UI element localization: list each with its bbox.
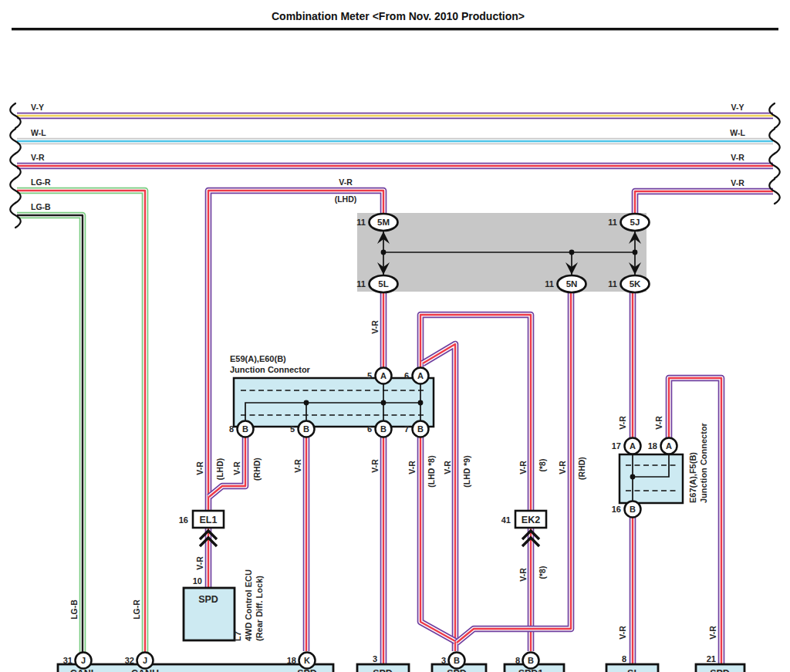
wire-label: V-R [443, 461, 452, 474]
wire-label: LG-R [31, 177, 51, 187]
pin-number: 3 [441, 656, 446, 665]
wire-label: V-R [708, 626, 717, 640]
wire-label: LG-B [31, 202, 51, 211]
terminal-label: CANL [70, 668, 97, 672]
junction-name: E67(A),F5(B) [688, 452, 697, 503]
pin-number: 21 [707, 654, 716, 664]
connector-id: 5N [566, 279, 578, 289]
component-4wd-control-ecu: 10 SPD L7 4WD Control ECU (Rear Diff. Lo… [184, 569, 264, 641]
pin-group: J [143, 656, 147, 665]
wire-variant-label: (*8) [538, 566, 547, 579]
wire-label: V-R [370, 320, 380, 334]
wire-label: V-Y [31, 103, 44, 112]
pin-group: A [380, 371, 387, 380]
terminal-label: SPD [447, 668, 467, 672]
terminal-label: SI [627, 668, 636, 672]
wiring-diagram-page: Combination Meter <From Nov. 2010 Produc… [0, 0, 790, 672]
terminal-label: CANH [131, 668, 159, 672]
pin-number: 8 [229, 424, 234, 434]
pin-group: B [454, 656, 460, 665]
pin-number: 18 [287, 656, 296, 665]
wire-variant-label: (LHD *8) [427, 455, 436, 487]
wire-label: V-R [195, 461, 204, 475]
pin-number: 6 [404, 371, 409, 380]
pin-group: A [666, 441, 672, 451]
junction-type: Junction Connector [699, 422, 708, 503]
pin-group: A [417, 371, 424, 380]
terminal-label: SPD1 [518, 668, 544, 672]
terminal-label: SPD [373, 668, 393, 672]
pin-number: 11 [608, 218, 617, 227]
pin-group: A [630, 441, 636, 451]
pin-number: 16 [612, 505, 621, 514]
pin-number: 11 [545, 279, 554, 289]
pin-number: 17 [612, 441, 621, 451]
wire-label: V-R [654, 416, 663, 430]
pin-number: 8 [515, 656, 520, 665]
connector-id: EK2 [522, 515, 540, 525]
terminal-label: SPD [198, 594, 218, 605]
pin-group: B [528, 656, 534, 665]
inline-connector-ek2: 41 EK2 [501, 511, 546, 546]
wire-v-r-a18-loop [669, 378, 721, 664]
pin-group: B [630, 505, 636, 514]
component-subname: (Rear Diff. Lock) [255, 576, 264, 641]
terminal-label: SPD [297, 668, 317, 672]
wire-label: V-R [618, 416, 627, 430]
wire-variant-label: (RHD) [252, 458, 262, 481]
wire-label: V-R [195, 556, 204, 570]
pin-number: 8 [622, 654, 626, 664]
pin-number: 11 [608, 279, 617, 289]
wire-label: V-R [731, 178, 744, 187]
wire-label: W-L [31, 128, 46, 137]
wire-v-r-5n-rhd [457, 292, 571, 643]
pin-group: B [303, 424, 309, 434]
inline-connector-el1: 16 EL1 [179, 511, 224, 546]
pin-number: 11 [356, 279, 366, 289]
pin-number: 5 [367, 371, 372, 380]
wire-variant-label: (RHD) [577, 457, 586, 480]
wire-label: V-R [31, 153, 45, 162]
diagram-canvas: Combination Meter <From Nov. 2010 Produc… [0, 0, 790, 672]
pin-number: 31 [63, 656, 73, 665]
wire-label: V-R [293, 459, 302, 473]
pin-number: 7 [404, 424, 409, 434]
connector-id: 5J [630, 218, 640, 227]
terminal-label: SPD [710, 668, 730, 672]
pin-group: B [380, 424, 387, 434]
connector-id: EL1 [200, 515, 218, 525]
pin-number: 6 [367, 424, 372, 434]
pin-number: 3 [373, 654, 377, 664]
pin-group: K [304, 656, 310, 665]
junction-name: E59(A),E60(B) [230, 354, 286, 363]
wire-label: V-R [232, 461, 241, 475]
junction-connector-e67-f5: 17 A 18 A 16 B E67(A),F5(B) Junction Con… [612, 422, 708, 517]
pin-number: 41 [501, 515, 511, 525]
pin-number: 11 [356, 218, 366, 227]
junction-type: Junction Connector [230, 365, 311, 374]
wire-variant-label: (LHD) [335, 194, 357, 204]
connector-id: 5L [378, 279, 388, 289]
wire-label: W-L [730, 128, 745, 137]
wire-lg-b [17, 215, 83, 652]
wire-label: V-R [731, 153, 744, 162]
wire-variant-label: (LHD) [215, 458, 225, 481]
header-rule [12, 28, 778, 30]
pin-number: 32 [125, 656, 134, 665]
wire-label: V-R [518, 568, 528, 582]
wire-label: V-Y [731, 103, 744, 112]
wire-label: V-R [618, 626, 627, 640]
bottom-connector-row: 31 J 32 J 18 K 3 3 B 8 B 8 21 CANL CANH … [58, 653, 744, 672]
connector-id: 5M [377, 218, 390, 227]
wire-label: V-R [518, 461, 528, 474]
pin-number: 5 [290, 424, 295, 434]
pin-group: B [417, 424, 424, 434]
wire-v-r-a6-to-ek2 [420, 315, 531, 511]
connector-id: 5K [630, 279, 641, 289]
wire-variant-label: (LHD *9) [462, 455, 471, 487]
component-code: L7 [233, 631, 242, 641]
wire-variant-label: (*8) [538, 459, 547, 472]
pin-number: 18 [648, 441, 657, 451]
component-name: 4WD Control ECU [244, 569, 253, 641]
wire-v-r-right-to-5j [635, 191, 773, 214]
